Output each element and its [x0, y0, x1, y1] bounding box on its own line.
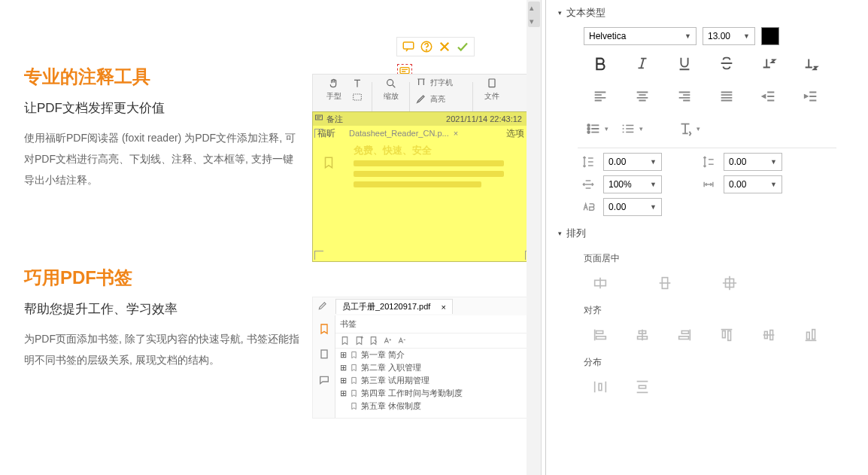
collapse-icon: ▾ [558, 9, 562, 17]
bookmark-item[interactable]: ⊞第二章 入职管理 [335, 361, 537, 374]
align-right-button[interactable] [663, 81, 706, 111]
align-center-button[interactable] [621, 81, 663, 111]
bullet-list-button[interactable] [579, 116, 614, 142]
reader-toolbar: 手型 缩放 打字机 高亮 文件 [312, 74, 536, 116]
spacing-before-select[interactable]: 0.00▼ [603, 153, 662, 171]
indent-increase-button[interactable] [790, 81, 832, 111]
hand-tool-icon[interactable] [319, 78, 349, 91]
section-arrange[interactable]: ▾ 排列 [546, 221, 868, 246]
subscript-button[interactable] [790, 48, 832, 78]
distribute-horizontal-button[interactable] [579, 372, 621, 402]
obj-align-vcenter-button[interactable] [748, 320, 790, 350]
svg-point-5 [387, 80, 393, 86]
svg-rect-7 [316, 115, 323, 120]
center-both-button[interactable] [709, 268, 751, 298]
bookmark-item[interactable]: ⊞第五章 休假制度 [335, 400, 537, 413]
comments-rail-icon[interactable] [318, 374, 330, 389]
note-title: 备注 [326, 114, 343, 125]
width-adjust-icon [700, 177, 718, 192]
section-text-type[interactable]: ▾ 文本类型 [546, 0, 868, 26]
svg-rect-16 [596, 336, 606, 340]
font-color-swatch[interactable] [761, 27, 779, 45]
help-icon[interactable] [420, 40, 433, 53]
svg-rect-27 [599, 383, 602, 390]
note-source-tab[interactable]: Datasheet_Reader_CN.p...× [349, 129, 458, 138]
text-larger-icon[interactable] [383, 336, 393, 346]
text-direction-button[interactable] [671, 116, 706, 142]
marquee-icon[interactable] [346, 91, 369, 105]
typewriter-icon[interactable] [415, 76, 427, 90]
sub-distribute: 分布 [546, 350, 868, 372]
zoom-icon[interactable] [376, 78, 406, 91]
svg-point-2 [426, 50, 426, 50]
section-1: 专业的注释工具 让PDF文档发挥更大价值 使用福昕PDF阅读器 (foxit r… [24, 65, 302, 190]
section2-subtitle: 帮助您提升工作、学习效率 [24, 300, 302, 318]
svg-rect-21 [723, 331, 726, 338]
highlight-icon[interactable] [415, 93, 427, 106]
attachment-icon[interactable] [477, 78, 507, 91]
bookmark-tree: ⊞第一章 简介 ⊞第二章 入职管理 ⊞第三章 试用期管理 ⊞第四章 工作时间与考… [335, 349, 537, 413]
horizontal-scale-select[interactable]: 100%▼ [603, 175, 662, 193]
section1-subtitle: 让PDF文档发挥更大价值 [24, 99, 302, 117]
distribute-vertical-button[interactable] [621, 372, 663, 402]
line-spacing-alt-icon [700, 154, 718, 169]
svg-point-11 [587, 131, 590, 133]
reject-icon[interactable] [438, 40, 451, 53]
bookmark-rail-icon[interactable] [318, 323, 330, 338]
bookmark-add-icon[interactable] [354, 336, 364, 346]
figure-bookmarks: 员工手册_20120917.pdf × 书签 ⊞第一章 简介 ⊞第二章 入职管理… [312, 297, 538, 419]
tab-close-icon[interactable]: × [441, 303, 445, 312]
comment-icon[interactable] [402, 40, 415, 53]
char-spacing-select[interactable]: 0.00▼ [603, 198, 662, 216]
bookmark-tool-icon[interactable] [340, 336, 350, 346]
tab-close-icon[interactable]: × [454, 129, 458, 138]
section-2: 巧用PDF书签 帮助您提升工作、学习效率 为PDF页面添加书签, 除了实现内容的… [24, 266, 302, 370]
svg-rect-3 [400, 68, 409, 74]
bookmark-item[interactable]: ⊞第一章 简介 [335, 349, 537, 361]
sticky-note-popup[interactable]: 备注 2021/11/14 22:43:12 ⊠ 福昕 Datasheet_Re… [312, 111, 536, 262]
center-vertical-button[interactable] [644, 268, 686, 298]
svg-rect-28 [639, 385, 645, 388]
char-spacing-icon [579, 199, 597, 215]
obj-align-top-button[interactable] [706, 320, 748, 350]
obj-align-right-button[interactable] [663, 320, 706, 350]
italic-button[interactable] [621, 48, 663, 78]
bookmark-item[interactable]: ⊞第四章 工作时间与考勤制度 [335, 387, 537, 400]
align-justify-button[interactable] [706, 81, 748, 111]
pages-rail-icon[interactable] [318, 349, 330, 364]
center-horizontal-button[interactable] [579, 268, 621, 298]
horizontal-scale-icon [579, 177, 597, 192]
font-family-select[interactable]: Helvetica▼ [584, 27, 697, 45]
collapse-icon: ▾ [558, 230, 562, 237]
superscript-button[interactable] [748, 48, 790, 78]
indent-decrease-button[interactable] [748, 81, 790, 111]
bookmark-item[interactable]: ⊞第三章 试用期管理 [335, 374, 537, 387]
hand-tool-label: 手型 [319, 91, 349, 102]
document-scrollbar[interactable]: ▴ ▾ [527, 0, 542, 475]
accept-icon[interactable] [456, 40, 469, 53]
strikethrough-button[interactable] [706, 48, 748, 78]
sub-page-center: 页面居中 [546, 246, 868, 268]
bookmark-link-icon[interactable] [369, 336, 378, 346]
sub-align: 对齐 [546, 298, 868, 320]
underline-button[interactable] [663, 48, 706, 78]
document-tab[interactable]: 员工手册_20120917.pdf × [335, 299, 453, 314]
typewriter-label: 打字机 [430, 78, 453, 88]
zoom-label: 缩放 [376, 91, 406, 102]
align-left-button[interactable] [579, 81, 621, 111]
bookmark-outline-icon [322, 156, 335, 172]
numbered-list-button[interactable] [614, 116, 648, 142]
svg-point-10 [587, 128, 590, 130]
obj-align-bottom-button[interactable] [790, 320, 832, 350]
bold-button[interactable] [579, 48, 621, 78]
edit-icon[interactable] [317, 300, 328, 312]
svg-rect-22 [728, 331, 731, 341]
font-size-select[interactable]: 13.00▼ [703, 27, 755, 45]
width-adjust-select[interactable]: 0.00▼ [724, 175, 782, 193]
nav-rail [313, 315, 335, 418]
obj-align-left-button[interactable] [579, 320, 621, 350]
spacing-after-select[interactable]: 0.00▼ [724, 153, 782, 171]
obj-align-hcenter-button[interactable] [621, 320, 663, 350]
text-smaller-icon[interactable] [397, 336, 407, 346]
text-select-icon[interactable] [346, 78, 369, 91]
